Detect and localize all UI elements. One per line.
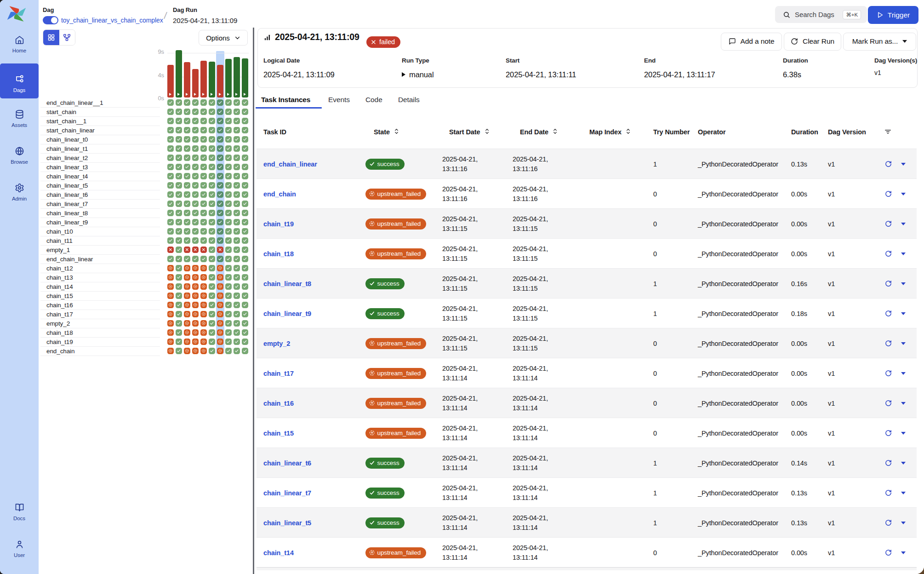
task-instance-square-success[interactable] (209, 293, 215, 299)
task-instance-square-upstream-failed[interactable] (192, 302, 199, 308)
task-instance-square-success[interactable] (167, 256, 174, 262)
task-instance-square-success[interactable] (209, 228, 215, 235)
options-dropdown[interactable]: Options (199, 30, 248, 46)
task-instance-square-success[interactable] (209, 136, 215, 143)
grid-task-label[interactable]: empty_2 (46, 320, 70, 327)
task-instance-square-success[interactable] (184, 219, 190, 225)
task-instance-square-success[interactable] (242, 247, 248, 253)
task-instance-square-upstream-failed[interactable] (184, 302, 190, 308)
task-instance-square-failed[interactable] (192, 247, 199, 253)
task-instance-square-success[interactable] (242, 99, 248, 106)
task-instance-square-success[interactable] (209, 99, 215, 106)
task-instance-square-success[interactable] (192, 164, 199, 170)
clear-task-icon[interactable] (885, 519, 892, 526)
task-id-link[interactable]: empty_2 (263, 328, 365, 358)
task-instance-square-upstream-failed[interactable] (167, 274, 174, 281)
tab-task-instances[interactable]: Task Instances (261, 96, 310, 104)
task-instance-square-success[interactable] (192, 237, 199, 244)
clear-task-icon[interactable] (885, 340, 892, 347)
task-instance-square-success[interactable] (200, 118, 207, 124)
sidebar-item-browse[interactable]: Browse (0, 146, 39, 165)
task-instance-square-success[interactable] (209, 339, 215, 345)
task-instance-square-success[interactable] (234, 155, 240, 161)
dag-run-bar[interactable] (225, 59, 232, 98)
task-instance-square-success[interactable] (242, 191, 248, 198)
task-instance-square-success[interactable] (234, 311, 240, 317)
task-instance-square-success[interactable] (176, 145, 182, 152)
grid-task-label[interactable]: chain_t17 (46, 311, 73, 318)
clear-task-icon[interactable] (885, 430, 892, 436)
grid-task-label[interactable]: start_chain__1 (46, 118, 86, 125)
row-menu-caret-icon[interactable] (901, 551, 906, 554)
task-instance-square-upstream-failed[interactable] (217, 348, 223, 354)
task-instance-square-success[interactable] (242, 118, 248, 124)
task-instance-square-success[interactable] (176, 302, 182, 308)
task-instance-square-success[interactable] (192, 210, 199, 216)
row-menu-caret-icon[interactable] (901, 312, 906, 315)
task-instance-square-success[interactable] (234, 237, 240, 244)
task-instance-square-success[interactable] (184, 145, 190, 152)
task-instance-square-success[interactable] (242, 136, 248, 143)
tab-code[interactable]: Code (365, 96, 382, 104)
grid-task-label[interactable]: chain_linear_t3 (46, 164, 88, 171)
task-instance-square-success[interactable] (176, 339, 182, 345)
clear-task-icon[interactable] (885, 459, 892, 466)
task-instance-square-success[interactable] (209, 302, 215, 308)
task-instance-square-success[interactable] (184, 182, 190, 189)
task-instance-square-success[interactable] (192, 109, 199, 115)
task-instance-square-success[interactable] (217, 155, 223, 161)
grid-task-label[interactable]: chain_t16 (46, 302, 73, 309)
task-id-link[interactable]: chain_linear_t9 (263, 298, 365, 328)
task-instance-square-success[interactable] (234, 256, 240, 262)
task-instance-square-success[interactable] (217, 127, 223, 133)
task-instance-square-success[interactable] (184, 127, 190, 133)
task-instance-square-success[interactable] (192, 155, 199, 161)
task-instance-square-upstream-failed[interactable] (217, 293, 223, 299)
task-instance-square-success[interactable] (234, 191, 240, 198)
task-instance-square-success[interactable] (242, 127, 248, 133)
task-instance-square-success[interactable] (167, 145, 174, 152)
column-header-map-index[interactable]: Map Index (589, 115, 632, 149)
task-instance-square-success[interactable] (176, 228, 182, 235)
task-instance-square-success[interactable] (242, 173, 248, 179)
task-instance-square-success[interactable] (176, 136, 182, 143)
task-instance-square-success[interactable] (242, 302, 248, 308)
task-instance-square-success[interactable] (234, 348, 240, 354)
task-instance-square-success[interactable] (167, 173, 174, 179)
task-instance-square-success[interactable] (184, 109, 190, 115)
task-instance-square-upstream-failed[interactable] (192, 293, 199, 299)
task-instance-square-success[interactable] (209, 118, 215, 124)
grid-task-label[interactable]: chain_t19 (46, 339, 73, 345)
task-instance-square-success[interactable] (184, 191, 190, 198)
grid-task-label[interactable]: chain_linear_t2 (46, 155, 88, 161)
task-instance-square-success[interactable] (192, 182, 199, 189)
task-instance-square-upstream-failed[interactable] (192, 329, 199, 336)
row-menu-caret-icon[interactable] (901, 223, 906, 225)
task-instance-square-success[interactable] (234, 118, 240, 124)
task-instance-square-success[interactable] (225, 99, 232, 106)
task-instance-square-success[interactable] (200, 201, 207, 207)
task-instance-square-success[interactable] (200, 256, 207, 262)
task-instance-square-success[interactable] (200, 191, 207, 198)
clear-task-icon[interactable] (885, 489, 892, 496)
task-instance-square-success[interactable] (209, 283, 215, 290)
task-instance-square-success[interactable] (209, 256, 215, 262)
task-instance-square-success[interactable] (209, 219, 215, 225)
task-instance-square-success[interactable] (184, 228, 190, 235)
task-instance-square-upstream-failed[interactable] (192, 311, 199, 317)
task-id-link[interactable]: chain_linear_t5 (263, 508, 365, 538)
task-instance-square-success[interactable] (217, 99, 223, 106)
task-instance-square-upstream-failed[interactable] (184, 265, 190, 271)
task-instance-square-upstream-failed[interactable] (192, 348, 199, 354)
task-instance-square-success[interactable] (209, 311, 215, 317)
dag-run-bar[interactable] (217, 65, 223, 98)
task-instance-square-success[interactable] (242, 237, 248, 244)
task-instance-square-success[interactable] (209, 164, 215, 170)
task-instance-square-success[interactable] (209, 127, 215, 133)
grid-task-label[interactable]: chain_linear_t5 (46, 182, 88, 189)
task-instance-square-success[interactable] (184, 99, 190, 106)
task-instance-square-success[interactable] (209, 109, 215, 115)
task-instance-square-success[interactable] (225, 155, 232, 161)
column-header-state[interactable]: State (374, 115, 400, 149)
task-id-link[interactable]: chain_t18 (263, 239, 365, 269)
